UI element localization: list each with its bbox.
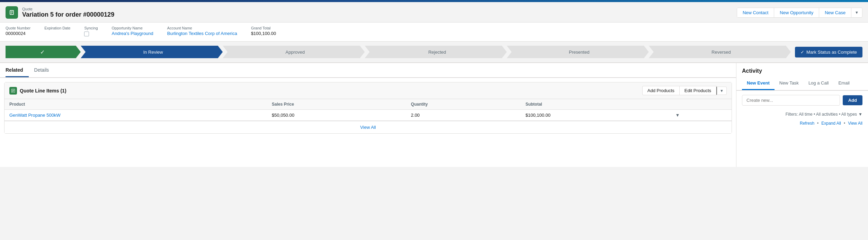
account-name-value: Burlington Textiles Corp of America <box>167 31 237 36</box>
section-title: Quote Line Items (1) <box>9 87 66 95</box>
filters-text: Filters: All time • All activities • All… <box>786 112 857 117</box>
status-step-reversed[interactable]: Reversed <box>649 46 791 58</box>
activity-input-row: Add <box>736 91 868 110</box>
activity-tab-new-event[interactable]: New Event <box>742 78 775 90</box>
activity-tab-log-call-label: Log a Call <box>808 80 829 86</box>
fields-row: Quote Number 00000024 Expiration Date Sy… <box>0 23 868 42</box>
activity-links: Refresh • Expand All • View All <box>736 119 868 129</box>
activity-title: Activity <box>742 68 862 74</box>
sales-price-cell: $50,050.00 <box>267 110 406 121</box>
subtotal-cell: $100,100.00 <box>521 110 671 121</box>
expiration-date-label: Expiration Date <box>44 26 70 30</box>
activity-tab-email-label: Email <box>838 80 850 86</box>
activity-input[interactable] <box>742 95 840 106</box>
status-step-in-review-label: In Review <box>143 50 163 55</box>
grand-total-label: Grand Total <box>251 26 276 30</box>
right-panel: Activity New Event New Task Log a Call E… <box>736 63 868 167</box>
col-sales-price: Sales Price <box>267 99 406 110</box>
syncing-field: Syncing <box>84 26 98 36</box>
section-header: Quote Line Items (1) Add Products Edit P… <box>5 82 732 99</box>
title-area: Quote Variation 5 for order #00000129 <box>22 7 114 18</box>
table-header-row: Product Sales Price Quantity Subtotal <box>5 99 732 110</box>
view-all-link[interactable]: View All <box>360 125 376 130</box>
tab-details[interactable]: Details <box>34 63 55 77</box>
quote-number-label: Quote Number <box>6 26 30 30</box>
status-steps: ✓ In Review Approved Rejected Presented … <box>6 46 791 58</box>
quote-icon <box>6 6 18 19</box>
quantity-cell: 2.00 <box>406 110 521 121</box>
quote-number-value: 00000024 <box>6 31 30 36</box>
activity-filters: Filters: All time • All activities • All… <box>736 110 868 119</box>
new-opportunity-button[interactable]: New Opportunity <box>774 8 819 17</box>
status-step-reversed-label: Reversed <box>712 50 731 55</box>
expand-all-link[interactable]: Expand All <box>821 121 841 126</box>
add-products-button[interactable]: Add Products <box>642 86 679 95</box>
status-bar: ✓ In Review Approved Rejected Presented … <box>0 42 868 63</box>
view-all-row: View All <box>5 121 732 133</box>
status-step-approved[interactable]: Approved <box>223 46 365 58</box>
col-actions-header <box>671 99 732 110</box>
main-content: Related Details Quote Line Items (1) A <box>0 63 868 167</box>
mark-complete-label: Mark Status as Complete <box>806 50 857 55</box>
expiration-date-field: Expiration Date <box>44 26 70 36</box>
syncing-checkbox[interactable] <box>84 32 89 36</box>
account-name-link[interactable]: Burlington Textiles Corp of America <box>167 31 237 36</box>
section-dropdown-button[interactable]: ▼ <box>716 87 727 95</box>
header-actions: New Contact New Opportunity New Case ▼ <box>737 8 862 18</box>
activity-tab-new-event-label: New Event <box>747 80 770 86</box>
opportunity-name-value: Andrea's Playground <box>112 31 153 36</box>
activity-header: Activity New Event New Task Log a Call E… <box>736 63 868 91</box>
line-items-table: Product Sales Price Quantity Subtotal Ge… <box>5 99 732 121</box>
header-actions-dropdown[interactable]: ▼ <box>851 8 862 17</box>
section-actions: Add Products Edit Products ▼ <box>642 86 727 95</box>
new-contact-button[interactable]: New Contact <box>737 8 774 17</box>
header-left: Quote Variation 5 for order #00000129 <box>6 6 114 19</box>
quote-header: Quote Variation 5 for order #00000129 Ne… <box>0 2 868 23</box>
activity-tab-new-task-label: New Task <box>779 80 799 86</box>
mark-complete-button[interactable]: ✓ Mark Status as Complete <box>795 47 862 57</box>
quote-svg-icon <box>8 9 15 16</box>
opportunity-name-label: Opportunity Name <box>112 26 153 30</box>
status-step-presented-label: Presented <box>569 50 589 55</box>
edit-products-button[interactable]: Edit Products <box>679 86 716 95</box>
page-title: Variation 5 for order #00000129 <box>22 11 114 18</box>
quote-line-items-section: Quote Line Items (1) Add Products Edit P… <box>4 82 732 134</box>
account-name-field: Account Name Burlington Textiles Corp of… <box>167 26 237 36</box>
mark-complete-check-icon: ✓ <box>800 50 804 55</box>
status-step-presented[interactable]: Presented <box>507 46 649 58</box>
row-action-cell: ▼ <box>671 110 732 121</box>
opportunity-name-field: Opportunity Name Andrea's Playground <box>112 26 153 36</box>
tab-related[interactable]: Related <box>6 63 29 77</box>
col-product: Product <box>5 99 267 110</box>
section-quote-svg <box>11 88 16 93</box>
view-all-activity-link[interactable]: View All <box>848 121 862 126</box>
status-step-completed[interactable]: ✓ <box>6 46 81 58</box>
check-icon: ✓ <box>40 49 45 55</box>
status-step-approved-label: Approved <box>286 50 305 55</box>
row-dropdown-icon[interactable]: ▼ <box>675 113 680 118</box>
account-name-label: Account Name <box>167 26 237 30</box>
section-quote-icon <box>9 87 17 95</box>
status-step-rejected-label: Rejected <box>428 50 446 55</box>
new-case-button[interactable]: New Case <box>819 8 851 17</box>
activity-tab-email[interactable]: Email <box>833 78 854 90</box>
tab-related-label: Related <box>6 67 23 73</box>
activity-add-button[interactable]: Add <box>843 95 862 105</box>
tab-details-label: Details <box>34 67 49 73</box>
grand-total-value: $100,100.00 <box>251 31 276 36</box>
product-cell: GenWatt Propane 500kW <box>5 110 267 121</box>
syncing-label: Syncing <box>84 26 98 30</box>
activity-tab-log-call[interactable]: Log a Call <box>804 78 834 90</box>
col-subtotal: Subtotal <box>521 99 671 110</box>
product-link[interactable]: GenWatt Propane 500kW <box>9 113 61 118</box>
status-step-in-review[interactable]: In Review <box>81 46 223 58</box>
opportunity-name-link[interactable]: Andrea's Playground <box>112 31 153 36</box>
tabs: Related Details <box>0 63 736 78</box>
status-step-rejected[interactable]: Rejected <box>365 46 507 58</box>
filter-dropdown-icon[interactable]: ▼ <box>858 112 862 117</box>
section-title-text: Quote Line Items (1) <box>20 88 66 94</box>
activity-tab-new-task[interactable]: New Task <box>775 78 804 90</box>
grand-total-field: Grand Total $100,100.00 <box>251 26 276 36</box>
refresh-link[interactable]: Refresh <box>800 121 814 126</box>
record-type-label: Quote <box>22 7 114 11</box>
